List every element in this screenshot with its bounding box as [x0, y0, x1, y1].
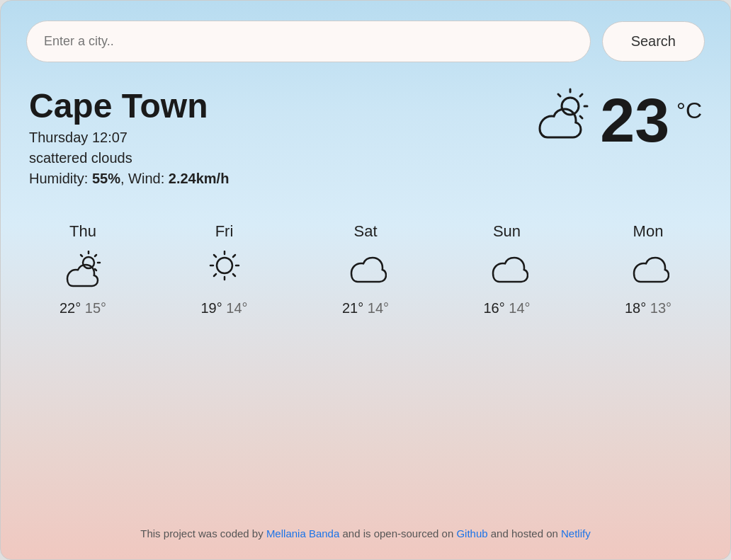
day-thu-icon	[62, 248, 104, 293]
sun-high: 16°	[483, 300, 504, 316]
svg-point-20	[217, 258, 232, 273]
mon-low: 13°	[650, 300, 672, 316]
day-mon-icon	[627, 248, 669, 293]
fri-low: 14°	[226, 300, 247, 316]
current-temperature: 23	[600, 89, 669, 152]
svg-line-9	[95, 269, 96, 270]
day-sat-icon	[344, 248, 387, 293]
svg-line-3	[580, 116, 582, 118]
svg-line-15	[233, 274, 235, 276]
day-sat-label: Sat	[353, 222, 377, 241]
forecast-row: Thu 22° 15°	[26, 222, 705, 316]
wind-label: Wind:	[128, 171, 164, 186]
city-info: Cape Town Thursday 12:07 scattered cloud…	[29, 88, 229, 187]
weather-app: Search Cape Town Thursday 12:07 scattere…	[0, 0, 731, 560]
weather-description: scattered clouds	[29, 150, 229, 166]
day-fri-temps: 19° 14°	[200, 300, 247, 316]
forecast-day-sun: Sun 16° 14°	[465, 222, 550, 316]
current-weather: Cape Town Thursday 12:07 scattered cloud…	[26, 88, 705, 187]
search-row: Search	[26, 21, 705, 62]
day-sun-temps: 16° 14°	[483, 300, 530, 316]
footer-text-end: and hosted on	[488, 527, 561, 539]
fri-high: 19°	[200, 300, 222, 316]
wind-value: 2.24km/h	[169, 171, 230, 186]
thu-high: 22°	[60, 300, 81, 316]
footer: This project was coded by Mellania Banda…	[26, 527, 705, 539]
day-thu-label: Thu	[69, 222, 96, 241]
sat-low: 14°	[368, 300, 389, 316]
city-name: Cape Town	[29, 88, 229, 125]
city-search-input[interactable]	[26, 21, 591, 62]
svg-line-19	[214, 255, 216, 257]
sat-high: 21°	[342, 300, 363, 316]
svg-line-7	[95, 255, 96, 256]
svg-line-4	[558, 94, 560, 96]
day-thu-temps: 22° 15°	[60, 300, 106, 316]
temperature-unit: °C	[676, 98, 702, 124]
forecast-day-sat: Sat 21° 14°	[323, 222, 408, 316]
day-mon-temps: 18° 13°	[625, 300, 672, 316]
day-sun-icon	[486, 248, 528, 293]
datetime: Thursday 12:07	[29, 130, 229, 146]
search-button[interactable]: Search	[602, 21, 705, 62]
forecast-day-mon: Mon 18° 13°	[606, 222, 691, 316]
sun-low: 14°	[509, 300, 530, 316]
day-sun-label: Sun	[493, 222, 521, 241]
humidity-value: 55%	[92, 171, 120, 186]
svg-line-13	[233, 255, 235, 257]
footer-netlify-link[interactable]: Netlify	[561, 527, 591, 539]
footer-text-middle: and is open-sourced on	[339, 527, 456, 539]
temperature-display: 23 °C	[529, 88, 702, 152]
svg-point-5	[562, 98, 579, 115]
humidity-wind: Humidity: 55%, Wind: 2.24km/h	[29, 171, 229, 187]
thu-low: 15°	[85, 300, 106, 316]
day-fri-label: Fri	[215, 222, 234, 241]
mon-high: 18°	[625, 300, 646, 316]
humidity-label: Humidity:	[29, 171, 88, 186]
footer-text-before: This project was coded by	[140, 527, 266, 539]
current-weather-icon	[529, 88, 593, 152]
footer-github-link[interactable]: Github	[456, 527, 487, 539]
svg-line-17	[214, 274, 216, 276]
day-mon-label: Mon	[633, 222, 664, 241]
forecast-day-fri: Fri 19°	[182, 222, 267, 316]
svg-line-1	[580, 94, 582, 96]
forecast-day-thu: Thu 22° 15°	[40, 222, 125, 316]
svg-line-10	[81, 255, 82, 256]
footer-author-link[interactable]: Mellania Banda	[266, 527, 339, 539]
day-sat-temps: 21° 14°	[342, 300, 389, 316]
day-fri-icon	[203, 248, 246, 293]
